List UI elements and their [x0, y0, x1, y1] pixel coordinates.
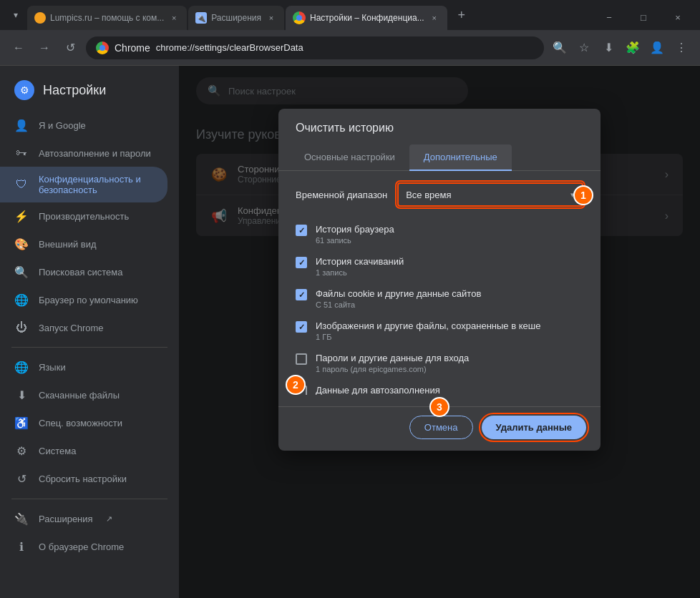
tab-dropdown-button[interactable]: ▾ — [6, 5, 26, 25]
back-button[interactable]: ← — [9, 38, 29, 58]
bookmark-icon[interactable]: ☆ — [574, 38, 594, 58]
forward-button[interactable]: → — [34, 38, 54, 58]
extensions-external-icon: ↗ — [106, 514, 112, 524]
sidebar-label-system: Система — [39, 446, 76, 456]
checkbox-autofill-text: Данные для автозаполнения — [316, 385, 440, 395]
dialog-overlay: Очистить историю Основные настройки Допо… — [179, 66, 700, 598]
tab-bar: ▾ Lumpics.ru – помощь с ком... × 🔌 Расши… — [0, 0, 700, 30]
checkbox-row-cache: Изображения и другие файлы, сохраненные … — [296, 315, 583, 347]
time-range-value: Все время — [406, 190, 565, 200]
sidebar-icon-default-browser: 🌐 — [14, 293, 29, 307]
checkbox-row-cookies: Файлы cookie и другие данные сайтов С 51… — [296, 283, 583, 315]
sidebar-item-search[interactable]: 🔍 Поисковая система — [0, 258, 167, 286]
checkbox-history[interactable] — [296, 225, 307, 236]
sidebar-item-downloads[interactable]: ⬇ Скачанные файлы — [0, 381, 167, 409]
checkbox-downloads-label: История скачиваний — [316, 256, 404, 267]
sidebar-item-languages[interactable]: 🌐 Языки — [0, 353, 167, 381]
checkbox-cache[interactable] — [296, 321, 307, 333]
sidebar-item-privacy[interactable]: 🛡 Конфиденциальность и безопасность — [0, 167, 167, 202]
close-button[interactable]: × — [661, 7, 694, 27]
menu-icon[interactable]: ⋮ — [671, 38, 691, 58]
sidebar-divider-1 — [11, 347, 167, 348]
sidebar-icon-extensions: 🔌 — [14, 512, 29, 526]
tab-extensions[interactable]: 🔌 Расширения × — [188, 6, 284, 30]
tab-close-extensions[interactable]: × — [266, 12, 277, 24]
sidebar-item-accessibility[interactable]: ♿ Спец. возможности — [0, 409, 167, 437]
sidebar-divider-2 — [11, 499, 167, 499]
annotation-3: 3 — [429, 397, 449, 417]
sidebar-icon-google: 👤 — [14, 119, 29, 132]
time-range-row: Временной диапазон Все время ▾ — [296, 182, 583, 207]
sidebar-item-google[interactable]: 👤 Я и Google — [0, 112, 167, 139]
minimize-button[interactable]: − — [593, 7, 626, 27]
sidebar-icon-search: 🔍 — [14, 265, 29, 279]
sidebar-label-downloads: Скачанные файлы — [39, 390, 120, 401]
checkbox-history-desc: 61 запись — [316, 236, 394, 245]
sidebar-item-about[interactable]: ℹ О браузере Chrome — [0, 533, 167, 561]
sidebar-item-appearance[interactable]: 🎨 Внешний вид — [0, 230, 167, 258]
tab-close-lumpics[interactable]: × — [168, 12, 180, 24]
sidebar-icon-autofill: 🗝 — [14, 147, 29, 160]
sidebar-item-startup[interactable]: ⏻ Запуск Chrome — [0, 314, 167, 341]
checkbox-cookies[interactable] — [296, 289, 307, 300]
sidebar-item-reset[interactable]: ↺ Сбросить настройки — [0, 465, 167, 493]
checkbox-passwords[interactable] — [296, 353, 307, 365]
annotation-1: 1 — [573, 185, 593, 205]
tab-title-lumpics: Lumpics.ru – помощь с ком... — [50, 13, 164, 23]
checkbox-cache-text: Изображения и другие файлы, сохраненные … — [316, 320, 540, 341]
tab-advanced[interactable]: Дополнительные — [409, 144, 512, 171]
extensions-icon[interactable]: 🧩 — [623, 38, 643, 58]
address-input[interactable]: Chrome chrome://settings/clearBrowserDat… — [86, 36, 544, 59]
sidebar: ⚙ Настройки 👤 Я и Google 🗝 Автозаполнени… — [0, 66, 179, 598]
checkbox-downloads[interactable] — [296, 257, 307, 268]
sidebar-item-autofill[interactable]: 🗝 Автозаполнение и пароли — [0, 139, 167, 167]
checkbox-history-label: История браузера — [316, 224, 394, 235]
search-icon[interactable]: 🔍 — [550, 38, 570, 58]
sidebar-item-performance[interactable]: ⚡ Производительность — [0, 202, 167, 230]
tab-basic[interactable]: Основные настройки — [290, 144, 409, 171]
dialog-body: Временной диапазон Все время ▾ 1 — [278, 171, 601, 406]
maximize-button[interactable]: □ — [627, 7, 660, 27]
new-tab-button[interactable]: + — [452, 5, 472, 25]
sidebar-item-default-browser[interactable]: 🌐 Браузер по умолчанию — [0, 286, 167, 314]
chrome-label: Chrome — [115, 42, 150, 54]
sidebar-icon-performance: ⚡ — [14, 210, 29, 223]
settings-content-area: 🔍 Поиск настроек Изучите руководство 🍪 С… — [179, 66, 700, 598]
delete-data-button[interactable]: Удалить данные — [482, 416, 587, 439]
main-content: ⚙ Настройки 👤 Я и Google 🗝 Автозаполнени… — [0, 66, 700, 598]
tab-lumpics[interactable]: Lumpics.ru – помощь с ком... × — [27, 6, 187, 30]
sidebar-label-reset: Сбросить настройки — [39, 474, 127, 484]
tab-title-settings: Настройки – Конфиденциа... — [310, 13, 424, 23]
tab-favicon-settings — [293, 11, 306, 24]
sidebar-label-accessibility: Спец. возможности — [39, 418, 122, 428]
annotation-2: 2 — [286, 375, 306, 395]
sidebar-label-google: Я и Google — [39, 120, 86, 131]
tab-favicon-extensions: 🔌 — [195, 12, 207, 24]
sidebar-label-startup: Запуск Chrome — [39, 323, 104, 333]
tab-close-settings[interactable]: × — [429, 12, 440, 24]
download-manager-icon[interactable]: ⬇ — [598, 38, 618, 58]
checkbox-passwords-label: Пароли и другие данные для входа — [316, 353, 469, 363]
checkbox-cookies-label: Файлы cookie и другие данные сайтов — [316, 288, 481, 299]
checkbox-row-downloads: История скачиваний 1 запись — [296, 250, 583, 283]
tab-favicon-lumpics — [34, 12, 46, 24]
checkbox-row-passwords: Пароли и другие данные для входа 1 парол… — [296, 347, 583, 379]
refresh-button[interactable]: ↺ — [60, 38, 80, 58]
address-chrome-icon — [96, 41, 109, 54]
tab-title-extensions: Расширения — [211, 13, 261, 23]
sidebar-item-system[interactable]: ⚙ Система — [0, 437, 167, 465]
sidebar-title: Настройки — [43, 83, 106, 98]
sidebar-icon-system: ⚙ — [14, 444, 29, 458]
sidebar-label-languages: Языки — [39, 362, 66, 373]
tab-settings[interactable]: Настройки – Конфиденциа... × — [286, 6, 447, 30]
window-controls: − □ × — [593, 7, 694, 30]
sidebar-label-search: Поисковая система — [39, 267, 123, 278]
checkbox-history-text: История браузера 61 запись — [316, 224, 394, 245]
clear-history-dialog: Очистить историю Основные настройки Допо… — [278, 109, 601, 451]
cancel-button[interactable]: Отмена — [409, 416, 473, 439]
sidebar-icon-languages: 🌐 — [14, 361, 29, 374]
sidebar-item-extensions[interactable]: 🔌 Расширения ↗ — [0, 505, 167, 533]
settings-logo: ⚙ — [14, 80, 34, 100]
profile-icon[interactable]: 👤 — [647, 38, 667, 58]
time-range-select[interactable]: Все время ▾ — [397, 182, 583, 207]
